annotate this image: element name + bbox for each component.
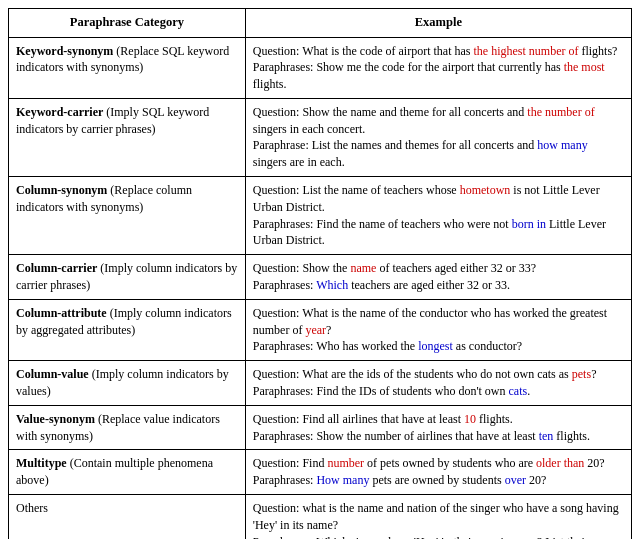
header-category: Paraphrase Category	[9, 9, 246, 38]
category-cell: Value-synonym (Replace value indicators …	[9, 405, 246, 450]
category-cell: Column-value (Imply column indicators by…	[9, 361, 246, 406]
paraphrase-table: Paraphrase Category Example Keyword-syno…	[8, 8, 632, 539]
table-row: Keyword-synonym (Replace SQL keyword ind…	[9, 37, 632, 98]
table-row: Column-synonym (Replace column indicator…	[9, 177, 632, 255]
example-cell: Question: What is the code of airport th…	[245, 37, 631, 98]
table-row: Value-synonym (Replace value indicators …	[9, 405, 632, 450]
example-cell: Question: Find number of pets owned by s…	[245, 450, 631, 495]
category-cell: Keyword-synonym (Replace SQL keyword ind…	[9, 37, 246, 98]
category-cell: Others	[9, 495, 246, 539]
table-row: Column-attribute (Imply column indicator…	[9, 299, 632, 360]
category-cell: Keyword-carrier (Imply SQL keyword indic…	[9, 98, 246, 176]
example-cell: Question: List the name of teachers whos…	[245, 177, 631, 255]
example-cell: Question: Find all airlines that have at…	[245, 405, 631, 450]
category-cell: Column-synonym (Replace column indicator…	[9, 177, 246, 255]
example-cell: Question: What are the ids of the studen…	[245, 361, 631, 406]
table-row: Column-carrier (Imply column indicators …	[9, 255, 632, 300]
table-row: Multitype (Contain multiple phenomena ab…	[9, 450, 632, 495]
category-cell: Column-carrier (Imply column indicators …	[9, 255, 246, 300]
category-cell: Multitype (Contain multiple phenomena ab…	[9, 450, 246, 495]
category-cell: Column-attribute (Imply column indicator…	[9, 299, 246, 360]
example-cell: Question: what is the name and nation of…	[245, 495, 631, 539]
example-cell: Question: What is the name of the conduc…	[245, 299, 631, 360]
example-cell: Question: Show the name of teachers aged…	[245, 255, 631, 300]
header-example: Example	[245, 9, 631, 38]
table-row: OthersQuestion: what is the name and nat…	[9, 495, 632, 539]
table-row: Keyword-carrier (Imply SQL keyword indic…	[9, 98, 632, 176]
table-row: Column-value (Imply column indicators by…	[9, 361, 632, 406]
example-cell: Question: Show the name and theme for al…	[245, 98, 631, 176]
